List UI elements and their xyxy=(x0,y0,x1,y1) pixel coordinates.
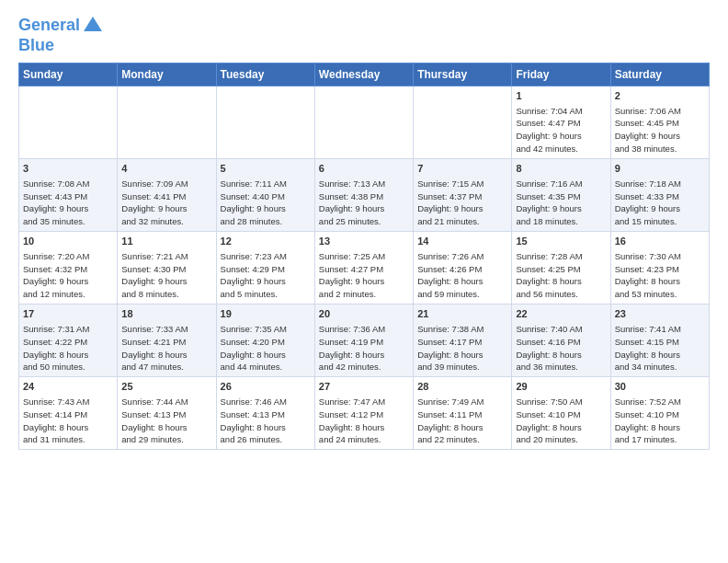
header: General Blue xyxy=(18,15,710,55)
day-info: Sunrise: 7:52 AM Sunset: 4:10 PM Dayligh… xyxy=(615,396,681,444)
day-info: Sunrise: 7:43 AM Sunset: 4:14 PM Dayligh… xyxy=(23,396,89,444)
day-number: 5 xyxy=(221,162,311,176)
day-cell: 30Sunrise: 7:52 AM Sunset: 4:10 PM Dayli… xyxy=(610,377,709,450)
week-row-1: 1Sunrise: 7:04 AM Sunset: 4:47 PM Daylig… xyxy=(19,86,710,158)
day-number: 28 xyxy=(417,380,507,394)
day-number: 6 xyxy=(319,162,409,176)
day-cell: 28Sunrise: 7:49 AM Sunset: 4:11 PM Dayli… xyxy=(414,377,512,450)
col-header-monday: Monday xyxy=(118,63,216,86)
week-row-4: 17Sunrise: 7:31 AM Sunset: 4:22 PM Dayli… xyxy=(19,304,710,377)
day-number: 26 xyxy=(221,380,311,394)
day-number: 13 xyxy=(319,235,409,248)
day-cell: 20Sunrise: 7:36 AM Sunset: 4:19 PM Dayli… xyxy=(314,304,413,377)
day-number: 22 xyxy=(516,307,606,321)
day-info: Sunrise: 7:44 AM Sunset: 4:13 PM Dayligh… xyxy=(121,396,188,444)
day-number: 9 xyxy=(615,162,705,176)
day-cell: 24Sunrise: 7:43 AM Sunset: 4:14 PM Dayli… xyxy=(19,377,118,450)
day-info: Sunrise: 7:30 AM Sunset: 4:23 PM Dayligh… xyxy=(615,251,681,299)
day-info: Sunrise: 7:25 AM Sunset: 4:27 PM Dayligh… xyxy=(319,251,385,299)
day-info: Sunrise: 7:06 AM Sunset: 4:45 PM Dayligh… xyxy=(615,106,681,154)
day-cell xyxy=(19,86,118,158)
day-info: Sunrise: 7:46 AM Sunset: 4:13 PM Dayligh… xyxy=(221,396,287,444)
day-info: Sunrise: 7:40 AM Sunset: 4:16 PM Dayligh… xyxy=(516,324,582,372)
col-header-wednesday: Wednesday xyxy=(314,63,413,86)
day-cell xyxy=(414,86,512,158)
svg-marker-0 xyxy=(84,17,102,31)
day-cell: 7Sunrise: 7:15 AM Sunset: 4:37 PM Daylig… xyxy=(414,158,512,231)
day-cell: 26Sunrise: 7:46 AM Sunset: 4:13 PM Dayli… xyxy=(216,377,314,450)
day-info: Sunrise: 7:23 AM Sunset: 4:29 PM Dayligh… xyxy=(221,251,287,299)
col-header-tuesday: Tuesday xyxy=(216,63,314,86)
week-row-2: 3Sunrise: 7:08 AM Sunset: 4:43 PM Daylig… xyxy=(19,158,710,231)
week-row-3: 10Sunrise: 7:20 AM Sunset: 4:32 PM Dayli… xyxy=(19,231,710,304)
day-cell: 22Sunrise: 7:40 AM Sunset: 4:16 PM Dayli… xyxy=(512,304,610,377)
day-cell: 9Sunrise: 7:18 AM Sunset: 4:33 PM Daylig… xyxy=(610,158,709,231)
calendar-table: SundayMondayTuesdayWednesdayThursdayFrid… xyxy=(18,63,710,450)
day-info: Sunrise: 7:49 AM Sunset: 4:11 PM Dayligh… xyxy=(417,396,483,444)
day-info: Sunrise: 7:38 AM Sunset: 4:17 PM Dayligh… xyxy=(417,324,483,372)
day-cell: 27Sunrise: 7:47 AM Sunset: 4:12 PM Dayli… xyxy=(314,377,413,450)
day-cell: 10Sunrise: 7:20 AM Sunset: 4:32 PM Dayli… xyxy=(19,231,118,304)
day-cell: 15Sunrise: 7:28 AM Sunset: 4:25 PM Dayli… xyxy=(512,231,610,304)
day-number: 29 xyxy=(516,380,606,394)
day-cell xyxy=(314,86,413,158)
day-number: 12 xyxy=(221,235,311,248)
day-number: 16 xyxy=(615,235,705,248)
day-number: 15 xyxy=(516,235,606,248)
day-number: 1 xyxy=(516,89,606,103)
day-info: Sunrise: 7:41 AM Sunset: 4:15 PM Dayligh… xyxy=(615,324,681,372)
day-cell: 13Sunrise: 7:25 AM Sunset: 4:27 PM Dayli… xyxy=(314,231,413,304)
day-cell: 1Sunrise: 7:04 AM Sunset: 4:47 PM Daylig… xyxy=(512,86,610,158)
day-cell: 5Sunrise: 7:11 AM Sunset: 4:40 PM Daylig… xyxy=(216,158,314,231)
day-cell: 11Sunrise: 7:21 AM Sunset: 4:30 PM Dayli… xyxy=(118,231,216,304)
day-number: 17 xyxy=(23,307,113,321)
day-info: Sunrise: 7:50 AM Sunset: 4:10 PM Dayligh… xyxy=(516,396,582,444)
day-number: 30 xyxy=(615,380,705,394)
day-number: 3 xyxy=(23,162,113,176)
day-number: 4 xyxy=(121,162,211,176)
day-info: Sunrise: 7:16 AM Sunset: 4:35 PM Dayligh… xyxy=(516,178,582,226)
day-cell: 29Sunrise: 7:50 AM Sunset: 4:10 PM Dayli… xyxy=(512,377,610,450)
day-info: Sunrise: 7:26 AM Sunset: 4:26 PM Dayligh… xyxy=(417,251,483,299)
header-row: SundayMondayTuesdayWednesdayThursdayFrid… xyxy=(19,63,710,86)
day-number: 25 xyxy=(121,380,211,394)
day-info: Sunrise: 7:31 AM Sunset: 4:22 PM Dayligh… xyxy=(23,324,89,372)
day-number: 20 xyxy=(319,307,409,321)
page: General Blue SundayMondayTuesdayWednesda… xyxy=(0,0,728,563)
day-number: 21 xyxy=(417,307,507,321)
logo-blue: Blue xyxy=(18,37,104,55)
day-cell: 17Sunrise: 7:31 AM Sunset: 4:22 PM Dayli… xyxy=(19,304,118,377)
day-info: Sunrise: 7:15 AM Sunset: 4:37 PM Dayligh… xyxy=(417,178,483,226)
day-number: 18 xyxy=(121,307,211,321)
day-cell: 19Sunrise: 7:35 AM Sunset: 4:20 PM Dayli… xyxy=(216,304,314,377)
day-number: 27 xyxy=(319,380,409,394)
logo-text: General xyxy=(18,17,80,35)
day-cell: 12Sunrise: 7:23 AM Sunset: 4:29 PM Dayli… xyxy=(216,231,314,304)
day-number: 14 xyxy=(417,235,507,248)
day-cell: 3Sunrise: 7:08 AM Sunset: 4:43 PM Daylig… xyxy=(19,158,118,231)
day-info: Sunrise: 7:21 AM Sunset: 4:30 PM Dayligh… xyxy=(121,251,188,299)
day-number: 10 xyxy=(23,235,113,248)
day-number: 7 xyxy=(417,162,507,176)
day-cell xyxy=(216,86,314,158)
day-info: Sunrise: 7:08 AM Sunset: 4:43 PM Dayligh… xyxy=(23,178,89,226)
day-cell: 23Sunrise: 7:41 AM Sunset: 4:15 PM Dayli… xyxy=(610,304,709,377)
day-cell: 16Sunrise: 7:30 AM Sunset: 4:23 PM Dayli… xyxy=(610,231,709,304)
day-number: 8 xyxy=(516,162,606,176)
day-info: Sunrise: 7:11 AM Sunset: 4:40 PM Dayligh… xyxy=(221,178,287,226)
col-header-sunday: Sunday xyxy=(19,63,118,86)
day-number: 2 xyxy=(615,89,705,103)
day-number: 24 xyxy=(23,380,113,394)
day-cell: 2Sunrise: 7:06 AM Sunset: 4:45 PM Daylig… xyxy=(610,86,709,158)
day-info: Sunrise: 7:35 AM Sunset: 4:20 PM Dayligh… xyxy=(221,324,287,372)
logo: General Blue xyxy=(18,15,104,55)
day-info: Sunrise: 7:33 AM Sunset: 4:21 PM Dayligh… xyxy=(121,324,188,372)
col-header-thursday: Thursday xyxy=(414,63,512,86)
col-header-saturday: Saturday xyxy=(610,63,709,86)
day-info: Sunrise: 7:04 AM Sunset: 4:47 PM Dayligh… xyxy=(516,106,582,154)
day-info: Sunrise: 7:36 AM Sunset: 4:19 PM Dayligh… xyxy=(319,324,385,372)
day-info: Sunrise: 7:09 AM Sunset: 4:41 PM Dayligh… xyxy=(121,178,188,226)
day-info: Sunrise: 7:28 AM Sunset: 4:25 PM Dayligh… xyxy=(516,251,582,299)
day-info: Sunrise: 7:20 AM Sunset: 4:32 PM Dayligh… xyxy=(23,251,89,299)
day-info: Sunrise: 7:47 AM Sunset: 4:12 PM Dayligh… xyxy=(319,396,385,444)
